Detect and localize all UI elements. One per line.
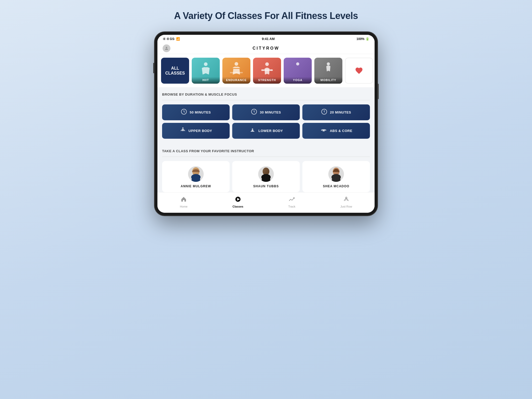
filter-20min[interactable]: 20 MINUTES — [302, 104, 370, 120]
category-strength[interactable]: STRENGTH — [253, 58, 281, 84]
svg-rect-7 — [263, 70, 271, 71]
shea-avatar — [328, 166, 344, 182]
mobility-overlay: MOBILITY — [314, 77, 342, 84]
carrier-text: ·II GS· — [166, 37, 175, 41]
browse-section-title: BROWSE BY DURATION & MUSCLE FOCUS — [162, 92, 370, 100]
filter-upper-body[interactable]: UPPER BODY — [162, 123, 230, 139]
svg-point-4 — [265, 62, 269, 66]
tab-bar: Home Classes Track — [157, 192, 375, 213]
hiit-label: HIIT — [203, 78, 209, 82]
category-endurance[interactable]: ENDURANCE — [222, 58, 250, 84]
device-frame: ·II ·II GS· 📶 9:41 AM 100% 🔋 CITYROW — [154, 32, 378, 216]
filter-abs-core[interactable]: ABS & CORE — [302, 123, 370, 139]
muscle-filters: UPPER BODY LOWER BODY — [162, 123, 370, 139]
tab-track-label: Track — [288, 205, 295, 208]
app-header: CITYROW — [157, 43, 375, 54]
home-icon — [181, 196, 187, 204]
svg-point-14 — [252, 129, 253, 130]
instructor-section-title: TAKE A CLASS FROM YOUR FAVORITE INSTRUCT… — [162, 149, 370, 157]
tab-track[interactable]: Track — [283, 195, 301, 209]
upper-body-icon — [180, 127, 186, 135]
lower-body-icon — [249, 127, 256, 135]
abs-core-icon — [320, 128, 327, 134]
battery-icon: 🔋 — [365, 37, 369, 41]
signal-icon: ·II — [163, 37, 165, 41]
category-yoga[interactable]: YOGA — [284, 58, 312, 84]
filter-50min[interactable]: 50 MINUTES — [162, 104, 230, 120]
wifi-icon: 📶 — [176, 37, 180, 41]
device-screen: ·II ·II GS· 📶 9:41 AM 100% 🔋 CITYROW — [157, 35, 375, 213]
filter-lower-body-label: LOWER BODY — [258, 129, 283, 133]
clock-icon-50 — [181, 109, 187, 116]
tab-home-label: Home — [180, 205, 188, 208]
yoga-label: YOGA — [293, 78, 302, 82]
instructor-shea[interactable]: SHEA MCADOO — [302, 161, 370, 192]
tab-classes[interactable]: Classes — [227, 195, 249, 209]
filter-abs-core-label: ABS & CORE — [330, 129, 353, 133]
status-battery: 100% 🔋 — [356, 37, 369, 41]
strength-label: STRENGTH — [258, 78, 276, 82]
endurance-label: ENDURANCE — [226, 78, 247, 82]
strength-overlay: STRENGTH — [253, 77, 281, 84]
hiit-overlay: HIIT — [192, 77, 220, 84]
classes-icon — [235, 196, 241, 204]
filter-lower-body[interactable]: LOWER BODY — [232, 123, 300, 139]
svg-point-26 — [345, 197, 347, 198]
svg-point-9 — [327, 62, 330, 65]
tab-classes-label: Classes — [232, 205, 243, 208]
filter-30min[interactable]: 30 MINUTES — [232, 104, 300, 120]
volume-button — [153, 63, 154, 73]
tab-just-row-label: Just Row — [340, 205, 352, 208]
status-bar: ·II ·II GS· 📶 9:41 AM 100% 🔋 — [157, 35, 375, 43]
filter-50min-label: 50 MINUTES — [190, 110, 211, 114]
svg-point-13 — [182, 128, 183, 129]
battery-text: 100% — [356, 37, 364, 41]
category-all-label: ALLCLASSES — [165, 66, 185, 76]
annie-avatar — [188, 166, 204, 182]
status-time: 9:41 AM — [262, 37, 275, 41]
category-mobility[interactable]: MOBILITY — [314, 58, 342, 84]
browse-section: BROWSE BY DURATION & MUSCLE FOCUS 50 MIN… — [157, 87, 375, 144]
svg-point-16 — [321, 130, 322, 131]
svg-point-2 — [235, 62, 238, 66]
category-favorites[interactable] — [345, 58, 373, 84]
category-hiit[interactable]: HIIT — [192, 58, 220, 84]
just-row-icon — [343, 196, 349, 204]
svg-point-1 — [204, 62, 208, 66]
svg-rect-3 — [230, 72, 243, 73]
instructor-shaun[interactable]: SHAUN TUBBS — [232, 161, 300, 192]
shaun-avatar — [258, 166, 274, 182]
app-logo: CITYROW — [252, 46, 280, 51]
power-button — [378, 84, 379, 99]
logo-row: ROW — [266, 46, 280, 50]
yoga-overlay: YOGA — [284, 77, 312, 84]
logo-city: CITY — [252, 46, 266, 50]
endurance-overlay: ENDURANCE — [222, 77, 250, 84]
svg-point-17 — [325, 130, 326, 131]
shea-name: SHEA MCADOO — [323, 184, 349, 188]
duration-filters: 50 MINUTES 30 MINUTES — [162, 104, 370, 120]
mobility-label: MOBILITY — [321, 78, 336, 82]
user-avatar[interactable] — [163, 44, 170, 52]
instructor-annie[interactable]: ANNIE MULGREW — [162, 161, 230, 192]
status-signal: ·II ·II GS· 📶 — [163, 37, 180, 41]
category-all-classes[interactable]: ALLCLASSES — [161, 58, 189, 84]
filter-30min-label: 30 MINUTES — [260, 110, 281, 114]
svg-point-0 — [166, 47, 167, 48]
filter-upper-body-label: UPPER BODY — [189, 129, 212, 133]
page-title: A Variety Of Classes For All Fitness Lev… — [174, 10, 358, 21]
shaun-name: SHAUN TUBBS — [253, 184, 279, 188]
svg-point-8 — [296, 62, 299, 65]
tab-just-row[interactable]: Just Row — [335, 195, 357, 209]
track-icon — [289, 196, 295, 204]
instructor-section: TAKE A CLASS FROM YOUR FAVORITE INSTRUCT… — [157, 144, 375, 192]
annie-name: ANNIE MULGREW — [181, 184, 211, 188]
clock-icon-30 — [251, 109, 257, 116]
tab-home[interactable]: Home — [175, 195, 193, 209]
categories-row: ALLCLASSES HIIT — [157, 54, 375, 87]
filter-20min-label: 20 MINUTES — [330, 110, 351, 114]
clock-icon-20 — [321, 109, 327, 116]
instructor-grid: ANNIE MULGREW — [162, 161, 370, 192]
